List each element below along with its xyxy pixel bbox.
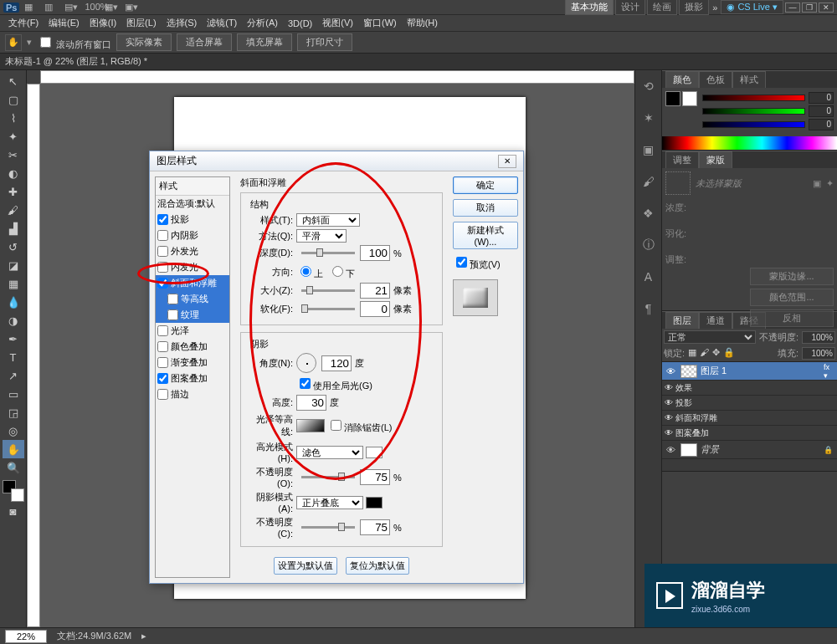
document-tab[interactable]: 未标题-1 @ 22% (图层 1, RGB/8) * [0,54,837,70]
style-item-satin[interactable]: 光泽 [156,323,229,339]
menu-image[interactable]: 图像(I) [86,15,120,31]
r-slider[interactable]: 0 [702,91,834,105]
invert-button[interactable]: 反相 [750,309,834,327]
bg-swatch[interactable] [682,91,697,106]
fg-swatch[interactable] [665,91,680,106]
fx-badge[interactable]: fx ▾ [824,363,835,380]
lock-pos-icon[interactable]: ✥ [712,347,720,360]
actual-pixels-button[interactable]: 实际像素 [116,33,172,51]
layer-row[interactable]: 👁 背景 🔒 [662,441,837,459]
menu-view[interactable]: 视图(V) [319,15,357,31]
blend-mode-select[interactable]: 正常 [664,330,756,344]
print-size-button[interactable]: 打印尺寸 [297,33,352,51]
shadow-mode-select[interactable]: 正片叠底 [296,496,363,509]
lock-pixels-icon[interactable]: 🖌 [700,347,709,360]
eyedropper-tool[interactable]: ◐ [3,164,24,182]
menu-window[interactable]: 窗口(W) [360,15,400,31]
minimize-button[interactable]: — [785,3,800,13]
visibility-icon[interactable]: 👁 [664,366,677,376]
history-brush-tool[interactable]: ↺ [3,238,24,256]
hand-tool-icon[interactable]: ✋ [5,34,22,51]
reset-default-button[interactable]: 复位为默认值 [346,557,409,575]
cancel-button[interactable]: 取消 [453,199,518,217]
cslive-button[interactable]: ◉ CS Live ▾ [721,0,783,14]
mask-edge-button[interactable]: 蒙版边缘... [750,268,834,285]
fill-input[interactable] [802,347,835,360]
para-icon[interactable]: ¶ [639,299,658,318]
angle-dial[interactable] [296,353,316,373]
layer-thumb[interactable] [680,365,697,378]
style-item-bevel[interactable]: 斜面和浮雕 [156,275,229,291]
angle-input[interactable] [321,355,352,371]
dir-up-radio[interactable]: 上 [296,263,323,280]
3d-camera-tool[interactable]: ◎ [3,422,24,440]
brush-tool[interactable]: 🖌 [3,201,24,219]
effect-row[interactable]: 👁斜面和浮雕 [662,411,837,426]
marquee-tool[interactable]: ▢ [3,90,24,109]
wand-tool[interactable]: ✦ [3,127,24,146]
hand-tool[interactable]: ✋ [3,440,24,458]
hopac-slider[interactable] [301,476,355,478]
menu-filter[interactable]: 滤镜(T) [203,15,240,31]
b-slider[interactable]: 0 [702,118,834,131]
effect-row[interactable]: 👁图案叠加 [662,426,837,441]
crop-tool[interactable]: ✂ [3,146,24,164]
shadow-color-swatch[interactable] [366,497,383,509]
menu-select[interactable]: 选择(S) [163,15,201,31]
close-button[interactable]: ✕ [819,3,834,13]
depth-slider[interactable] [301,252,355,254]
global-light-checkbox[interactable]: 使用全局光(G) [296,376,372,392]
menu-layer[interactable]: 图层(L) [123,15,159,31]
fit-screen-button[interactable]: 适合屏幕 [177,33,232,51]
workspace-tab-essentials[interactable]: 基本功能 [565,0,614,15]
healing-tool[interactable]: ✚ [3,182,24,201]
tab-mask[interactable]: 蒙版 [699,151,732,168]
dodge-tool[interactable]: ◑ [3,311,24,330]
style-item-contour[interactable]: 等高线 [156,291,229,307]
visibility-icon[interactable]: 👁 [664,445,677,455]
history-icon[interactable]: ⟲ [639,77,658,95]
ok-button[interactable]: 确定 [453,176,518,194]
gloss-contour-picker[interactable] [296,419,325,432]
stamp-tool[interactable]: ▟ [3,219,24,238]
style-item-patoverlay[interactable]: 图案叠加 [156,371,229,386]
ruler-horizontal[interactable] [40,70,634,84]
bevel-style-select[interactable]: 内斜面 [296,213,360,227]
minibridge-icon[interactable]: ▥ [44,2,59,13]
move-tool[interactable]: ↖ [3,72,24,90]
zoom-value[interactable]: 100% [85,2,100,13]
bevel-tech-select[interactable]: 平滑 [296,229,347,243]
dir-down-radio[interactable]: 下 [328,263,355,280]
new-style-button[interactable]: 新建样式(W)... [453,222,518,249]
shape-tool[interactable]: ▭ [3,385,24,403]
menu-analysis[interactable]: 分析(A) [244,15,281,31]
blend-options-item[interactable]: 混合选项:默认 [156,196,229,212]
effect-row[interactable]: 👁投影 [662,396,837,411]
workspace-tab-design[interactable]: 设计 [615,0,645,15]
color-swatch[interactable] [3,480,24,502]
style-item-coloroverlay[interactable]: 颜色叠加 [156,339,229,355]
blur-tool[interactable]: 💧 [3,293,24,311]
layer-row[interactable]: 👁 图层 1 fx ▾ [662,362,837,381]
lasso-tool[interactable]: ⌇ [3,109,24,127]
soften-slider[interactable] [301,308,355,310]
menu-file[interactable]: 文件(F) [5,15,42,31]
style-item-stroke[interactable]: 描边 [156,386,229,402]
dialog-titlebar[interactable]: 图层样式 ✕ [150,151,523,171]
style-item-outerglow[interactable]: 外发光 [156,243,229,259]
menu-help[interactable]: 帮助(H) [403,15,441,31]
layer-thumb[interactable] [680,443,697,457]
preview-checkbox[interactable]: 预览(V) [453,254,518,271]
effects-header[interactable]: 👁效果 [662,381,837,396]
bridge-icon[interactable]: ▦ [24,2,39,13]
sopac-slider[interactable] [301,526,355,529]
menu-edit[interactable]: 编辑(E) [45,15,83,31]
workspace-tab-painting[interactable]: 绘画 [647,0,677,15]
antialias-checkbox[interactable]: 消除锯齿(L) [327,417,392,434]
dialog-close-button[interactable]: ✕ [498,155,516,168]
color-range-button[interactable]: 颜色范围... [750,289,834,306]
depth-input[interactable] [360,245,390,261]
nav-icon[interactable]: ❖ [639,204,658,222]
arrange-icon[interactable]: ▦▾ [105,2,120,13]
style-item-texture[interactable]: 纹理 [156,307,229,323]
